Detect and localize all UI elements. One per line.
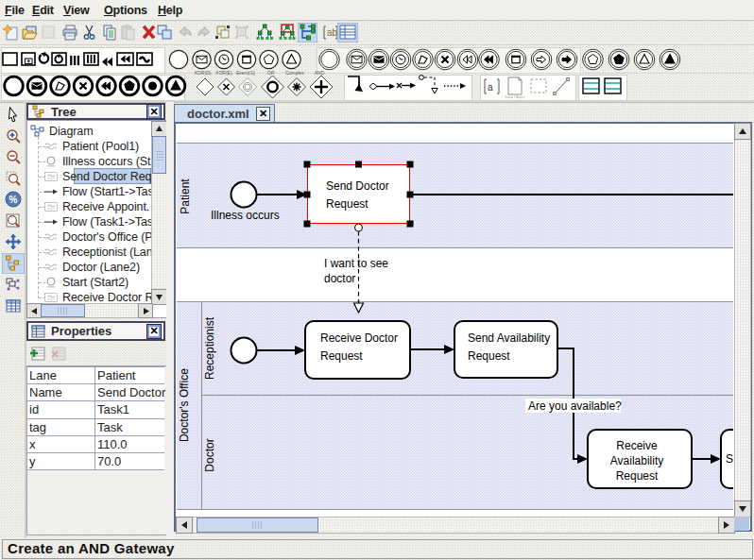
svg-text:Doctor's Office: Doctor's Office [178, 368, 191, 442]
svg-text:a: a [488, 82, 493, 93]
svg-text:Doctor: Doctor [203, 438, 216, 471]
svg-text:Request: Request [468, 349, 510, 363]
svg-text:Send Doctor: Send Doctor [326, 179, 389, 193]
svg-text:Availability: Availability [610, 454, 663, 467]
svg-text:doctor: doctor [324, 272, 355, 285]
svg-text:Data Object: Data Object [505, 94, 525, 99]
svg-text:S: S [726, 452, 733, 466]
svg-text:AND: AND [315, 70, 325, 76]
svg-text:Illness occurs: Illness occurs [211, 209, 280, 222]
svg-text:I want to see: I want to see [324, 257, 388, 270]
svg-text:Receive: Receive [616, 439, 658, 452]
svg-text:Request: Request [320, 349, 363, 363]
svg-text:Send Availability: Send Availability [468, 331, 550, 345]
svg-text:Are you available?: Are you available? [528, 399, 622, 413]
svg-text:Receptionist: Receptionist [203, 316, 216, 380]
svg-text:XOR(E).: XOR(E). [215, 70, 233, 76]
svg-text:Receive Doctor: Receive Doctor [320, 331, 398, 345]
svg-text:%: % [9, 195, 18, 205]
svg-text:Complex: Complex [285, 70, 304, 76]
svg-text:XOR(D).: XOR(D). [194, 70, 212, 76]
svg-text:OR: OR [267, 70, 275, 76]
svg-text:Patient: Patient [179, 178, 192, 214]
svg-text:Request: Request [326, 197, 368, 211]
svg-text:Request: Request [616, 469, 659, 483]
svg-text:Event(G): Event(G) [236, 70, 255, 76]
